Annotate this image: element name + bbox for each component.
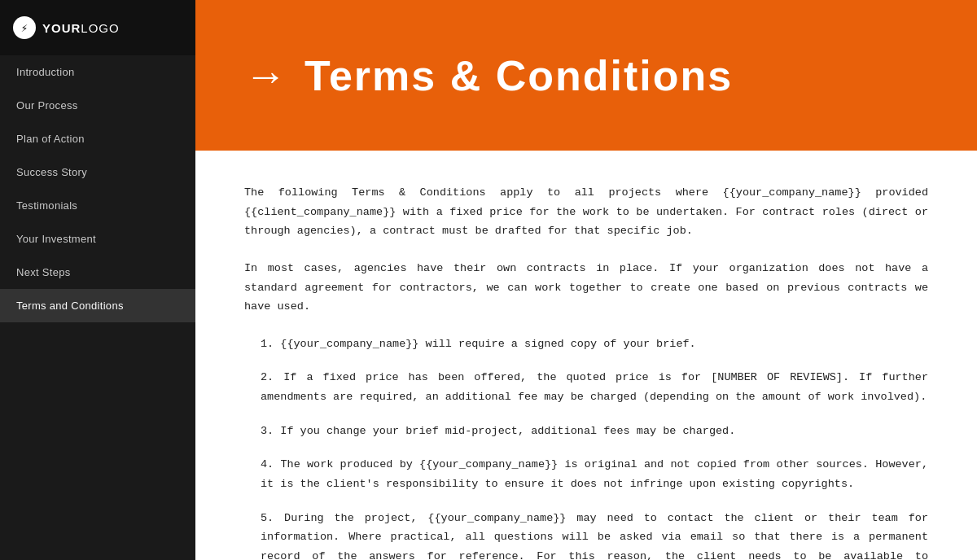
logo-text: YOURLOGO — [42, 21, 120, 35]
arrow-icon: → — [244, 51, 288, 100]
content-area[interactable]: The following Terms & Conditions apply t… — [195, 151, 977, 560]
sidebar-item-plan-of-action[interactable]: Plan of Action — [0, 122, 195, 155]
logo-area: ⚡ YOURLOGO — [0, 0, 195, 55]
list-item-5: 5. During the project, {{your_company_na… — [244, 509, 928, 561]
logo-icon: ⚡ — [13, 16, 36, 39]
sidebar-item-success-story[interactable]: Success Story — [0, 155, 195, 189]
logo-logo: LOGO — [81, 21, 119, 35]
sidebar-item-our-process[interactable]: Our Process — [0, 89, 195, 122]
main-content: → Terms & Conditions The following Terms… — [195, 0, 977, 560]
header-title-text: Terms & Conditions — [304, 51, 733, 100]
sidebar: ⚡ YOURLOGO Introduction Our Process Plan… — [0, 0, 195, 560]
paragraph-1: The following Terms & Conditions apply t… — [244, 183, 928, 241]
sidebar-item-next-steps[interactable]: Next Steps — [0, 256, 195, 289]
sidebar-item-terms-and-conditions[interactable]: Terms and Conditions — [0, 289, 195, 322]
logo-your: YOUR — [42, 21, 81, 35]
list-item-1: 1. {{your_company_name}} will require a … — [244, 335, 928, 354]
header-banner: → Terms & Conditions — [195, 0, 977, 151]
sidebar-item-testimonials[interactable]: Testimonials — [0, 189, 195, 222]
sidebar-item-introduction[interactable]: Introduction — [0, 55, 195, 89]
list-item-2: 2. If a fixed price has been offered, th… — [244, 368, 928, 406]
list-item-3: 3. If you change your brief mid-project,… — [244, 422, 928, 441]
sidebar-item-your-investment[interactable]: Your Investment — [0, 222, 195, 256]
list-item-4: 4. The work produced by {{your_company_n… — [244, 455, 928, 493]
page-title: → Terms & Conditions — [244, 51, 733, 100]
paragraph-2: In most cases, agencies have their own c… — [244, 259, 928, 317]
lightning-icon: ⚡ — [21, 21, 28, 35]
